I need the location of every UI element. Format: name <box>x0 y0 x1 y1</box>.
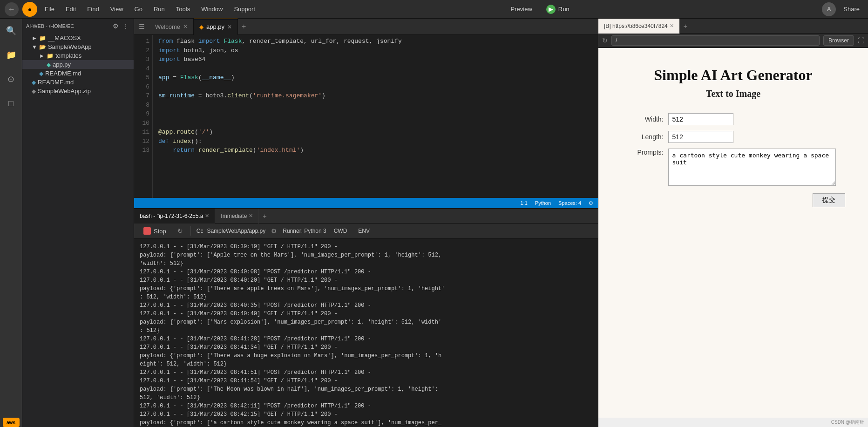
stop-icon <box>143 227 151 235</box>
browser-button[interactable]: Browser <box>823 35 854 46</box>
tree-item-samplewebapp[interactable]: ▼ 📂 SampleWebApp <box>22 42 134 51</box>
tree-label-macosx: __MACOSX <box>48 34 81 41</box>
terminal-immediate-close[interactable]: ✕ <box>249 213 253 219</box>
menu-window[interactable]: Window <box>197 4 226 14</box>
cwd-label[interactable]: CWD <box>330 226 351 236</box>
activity-git[interactable]: ⊙ <box>3 71 20 88</box>
preview-tab-main[interactable]: [B] https://b86ce340f7824 ✕ <box>598 19 680 34</box>
run-circle-icon: ▶ <box>546 5 556 14</box>
log-line: 127.0.0.1 - - [31/Mar/2023 08:39:19] "GE… <box>140 243 592 251</box>
back-button[interactable]: ← <box>5 2 19 16</box>
tab-add-button[interactable]: + <box>238 22 250 31</box>
menu-find[interactable]: Find <box>83 4 102 14</box>
preview-bottom-label: CSDN @指南针 <box>831 419 864 426</box>
tree-label-samplewebapp: SampleWebApp <box>48 43 92 50</box>
sidebar-header: ai-web - /home/ec ⚙ ⋮ <box>22 19 134 34</box>
menu-run[interactable]: Run <box>150 4 169 14</box>
tab-apppy-close[interactable]: ✕ <box>227 24 232 30</box>
log-line: 127.0.0.1 - - [31/Mar/2023 08:40:08] "PO… <box>140 268 592 276</box>
sidebar-collapse-icon[interactable]: ⋮ <box>122 21 130 31</box>
terminal-panel: bash - "ip-172-31-6-255.a ✕ Immediate ✕ … <box>134 208 598 427</box>
preview-refresh-icon[interactable]: ↻ <box>602 37 608 44</box>
tree-item-macosx[interactable]: ► 📁 __MACOSX <box>22 34 134 42</box>
preview-toolbar: ↻ Browser ⛶ <box>598 34 868 48</box>
brand-icon: ● <box>28 6 32 13</box>
tree-item-templates[interactable]: ► 📁 templates <box>22 51 134 60</box>
terminal-tab-add[interactable]: + <box>259 212 270 220</box>
preview-tab-add[interactable]: + <box>680 22 691 30</box>
tab-welcome[interactable]: Welcome ✕ <box>149 19 194 35</box>
tab-menu-icon[interactable]: ☰ <box>134 23 149 30</box>
length-input[interactable] <box>668 131 733 143</box>
submit-button[interactable]: 提交 <box>813 193 845 207</box>
tree-item-zip[interactable]: ◆ SampleWebApp.zip <box>22 87 134 95</box>
tree-label-apppy: app.py <box>53 61 71 68</box>
tree-item-apppy[interactable]: ◆ app.py <box>22 60 134 69</box>
preview-url-input[interactable] <box>611 35 820 46</box>
log-line: : 512} <box>140 326 592 335</box>
preview-panel: [B] https://b86ce340f7824 ✕ + ↻ Browser … <box>598 19 868 427</box>
log-line: : 512, 'width': 512} <box>140 293 592 301</box>
log-line: payload: {'prompt': ['The Moon was blown… <box>140 385 592 393</box>
status-gear-icon[interactable]: ⚙ <box>589 200 593 206</box>
env-label[interactable]: ENV <box>354 226 373 236</box>
editor-tab-bar: ☰ Welcome ✕ ◆ app.py ✕ + <box>134 19 598 35</box>
log-line: 127.0.0.1 - - [31/Mar/2023 08:41:54] "GE… <box>140 377 592 385</box>
share-button[interactable]: Share <box>840 4 863 14</box>
status-bar: 1:1 Python Spaces: 4 ⚙ <box>134 198 598 208</box>
menu-tools[interactable]: Tools <box>172 4 194 14</box>
tab-welcome-close[interactable]: ✕ <box>183 23 188 30</box>
terminal-bash-close[interactable]: ✕ <box>205 213 209 219</box>
menu-edit[interactable]: Edit <box>62 4 80 14</box>
log-line: 127.0.0.1 - - [31/Mar/2023 08:41:34] "GE… <box>140 343 592 352</box>
activity-explorer[interactable]: 📁 <box>3 47 20 63</box>
prompts-row: Prompts: a cartoon style cute monkey wea… <box>622 149 845 186</box>
activity-bar: 🔍 📁 ⊙ □ aws <box>0 19 22 427</box>
tree-item-readme1[interactable]: ◆ README.md <box>22 69 134 78</box>
sidebar-settings-icon[interactable]: ⚙ <box>112 21 120 31</box>
length-field: Length: <box>622 131 845 143</box>
brand-logo[interactable]: ● <box>22 2 37 17</box>
menu-go[interactable]: Go <box>131 4 146 14</box>
web-form: Width: Length: Prompts: a cartoon style … <box>622 113 845 207</box>
width-input[interactable] <box>668 113 733 125</box>
terminal-gear-icon[interactable]: ⚙ <box>269 225 279 237</box>
menu-support[interactable]: Support <box>230 4 259 14</box>
preview-tab-close[interactable]: ✕ <box>670 23 674 29</box>
main-layout: 🔍 📁 ⊙ □ aws ai-web - /home/ec ⚙ ⋮ ► 📁 __… <box>0 19 868 427</box>
run-button[interactable]: ▶ Run <box>541 3 575 16</box>
preview-expand-icon[interactable]: ⛶ <box>858 37 864 44</box>
terminal-output[interactable]: 127.0.0.1 - - [31/Mar/2023 08:39:19] "GE… <box>134 239 598 427</box>
tree-label-templates: templates <box>55 52 81 59</box>
terminal-tab-bash[interactable]: bash - "ip-172-31-6-255.a ✕ <box>134 209 215 224</box>
prompts-textarea[interactable]: a cartoon style cute monkey wearing a sp… <box>668 149 836 186</box>
menu-view[interactable]: View <box>107 4 127 14</box>
code-editor[interactable]: 12345 678910 111213 from flask import Fl… <box>134 35 598 198</box>
run-label: Run <box>558 6 570 13</box>
right-panel: ☰ Welcome ✕ ◆ app.py ✕ + <box>134 19 868 427</box>
line-numbers: 12345 678910 111213 <box>134 35 153 198</box>
status-position: 1:1 <box>521 200 528 206</box>
preview-button[interactable]: Preview <box>506 4 537 14</box>
width-label: Width: <box>622 115 664 123</box>
folder-open-icon: 📂 <box>39 44 46 50</box>
log-line: 127.0.0.1 - - [31/Mar/2023 08:40:35] "PO… <box>140 301 592 310</box>
terminal-toolbar: Stop ↻ Cc SampleWebApp/app.py ⚙ Runner: … <box>134 224 598 239</box>
refresh-icon[interactable]: ↻ <box>176 225 185 237</box>
activity-search[interactable]: 🔍 <box>3 22 20 39</box>
log-line: payload: {'prompt': ['Mars explosion'], … <box>140 318 592 326</box>
stop-button[interactable]: Stop <box>138 225 172 237</box>
menubar: ← ● File Edit Find View Go Run Tools Win… <box>0 0 868 19</box>
submit-row: 提交 <box>622 193 845 207</box>
terminal-tab-immediate[interactable]: Immediate ✕ <box>215 209 259 224</box>
menu-file[interactable]: File <box>41 4 58 14</box>
log-line: payload: {'prompt': ['There was a huge e… <box>140 352 592 360</box>
terminal-tab-bash-label: bash - "ip-172-31-6-255.a <box>140 213 203 219</box>
tab-apppy[interactable]: ◆ app.py ✕ <box>194 19 238 35</box>
user-avatar[interactable]: A <box>822 2 836 16</box>
tree-item-readme2[interactable]: ◆ README.md <box>22 78 134 87</box>
activity-aws[interactable]: aws <box>3 418 20 427</box>
md-file-icon: ◆ <box>39 70 43 77</box>
code-text[interactable]: from flask import Flask, render_template… <box>153 35 598 198</box>
activity-extensions[interactable]: □ <box>3 95 20 112</box>
